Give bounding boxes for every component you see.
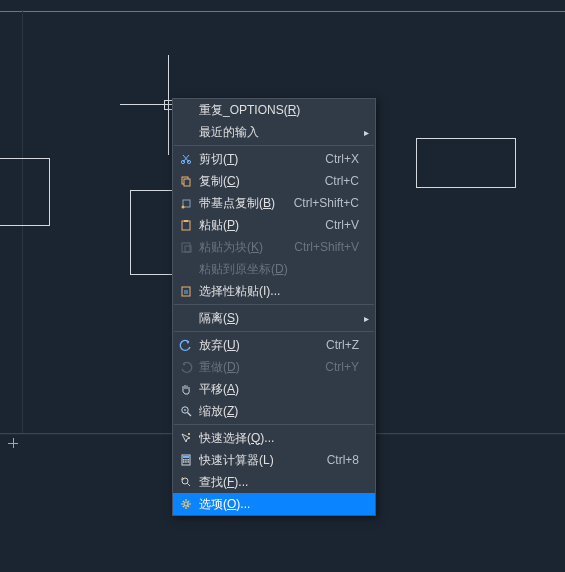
menu-pan[interactable]: 平移(A): [173, 378, 375, 400]
paste-special-icon: [173, 284, 199, 298]
drawing-rect: [416, 138, 516, 188]
menu-paste-special[interactable]: 选择性粘贴(I)...: [173, 280, 375, 302]
menu-repeat[interactable]: 重复_OPTIONS(R): [173, 99, 375, 121]
svg-rect-6: [182, 221, 190, 230]
shortcut: Ctrl+Shift+C: [286, 196, 359, 210]
shortcut: Ctrl+C: [317, 174, 359, 188]
submenu-arrow-icon: ▸: [359, 127, 369, 138]
svg-rect-15: [185, 459, 187, 461]
menu-find[interactable]: A 查找(F)...: [173, 471, 375, 493]
undo-icon: [173, 338, 199, 352]
zoom-icon: [173, 404, 199, 418]
svg-rect-17: [183, 461, 185, 463]
svg-rect-19: [187, 461, 189, 463]
svg-rect-8: [182, 243, 190, 252]
menu-undo[interactable]: 放弃(U) Ctrl+Z: [173, 334, 375, 356]
menu-paste-original-coords: 粘贴到原坐标(D): [173, 258, 375, 280]
shortcut: Ctrl+Y: [317, 360, 359, 374]
submenu-arrow-icon: ▸: [359, 313, 369, 324]
calculator-icon: [173, 453, 199, 467]
menu-paste[interactable]: 粘贴(P) Ctrl+V: [173, 214, 375, 236]
context-menu: 重复_OPTIONS(R) 最近的输入 ▸ 剪切(T) Ctrl+X 复制(C)…: [172, 98, 376, 516]
paste-icon: [173, 218, 199, 232]
find-icon: A: [173, 475, 199, 489]
shortcut: Ctrl+8: [319, 453, 359, 467]
quick-select-icon: [173, 431, 199, 445]
menu-options[interactable]: 选项(O)...: [173, 493, 375, 515]
svg-point-5: [182, 206, 185, 209]
svg-rect-7: [184, 220, 188, 222]
svg-rect-16: [187, 459, 189, 461]
shortcut: Ctrl+Shift+V: [286, 240, 359, 254]
svg-rect-18: [185, 461, 187, 463]
svg-rect-3: [184, 179, 190, 186]
menu-paste-as-block: 粘贴为块(K) Ctrl+Shift+V: [173, 236, 375, 258]
redo-icon: [173, 360, 199, 374]
copy-base-icon: [173, 196, 199, 210]
menu-separator: [174, 424, 374, 425]
menu-redo: 重做(D) Ctrl+Y: [173, 356, 375, 378]
shortcut: Ctrl+Z: [318, 338, 359, 352]
pan-icon: [173, 382, 199, 396]
menu-cut[interactable]: 剪切(T) Ctrl+X: [173, 148, 375, 170]
svg-text:A: A: [181, 476, 184, 481]
copy-icon: [173, 174, 199, 188]
menu-recent-input[interactable]: 最近的输入 ▸: [173, 121, 375, 143]
shortcut: Ctrl+V: [317, 218, 359, 232]
menu-quick-calc[interactable]: 快速计算器(L) Ctrl+8: [173, 449, 375, 471]
gear-icon: [173, 497, 199, 511]
drawing-rect: [0, 158, 50, 226]
menu-copy[interactable]: 复制(C) Ctrl+C: [173, 170, 375, 192]
ucs-marker: [8, 438, 18, 448]
menu-separator: [174, 331, 374, 332]
menu-separator: [174, 304, 374, 305]
svg-point-22: [184, 502, 188, 506]
menu-isolate[interactable]: 隔离(S) ▸: [173, 307, 375, 329]
menu-quick-select[interactable]: 快速选择(Q)...: [173, 427, 375, 449]
menu-separator: [174, 145, 374, 146]
paste-block-icon: [173, 240, 199, 254]
shortcut: Ctrl+X: [317, 152, 359, 166]
svg-rect-14: [183, 459, 185, 461]
menu-copy-with-base[interactable]: 带基点复制(B) Ctrl+Shift+C: [173, 192, 375, 214]
menu-zoom[interactable]: 缩放(Z): [173, 400, 375, 422]
scissors-icon: [173, 152, 199, 166]
svg-rect-13: [183, 456, 189, 458]
